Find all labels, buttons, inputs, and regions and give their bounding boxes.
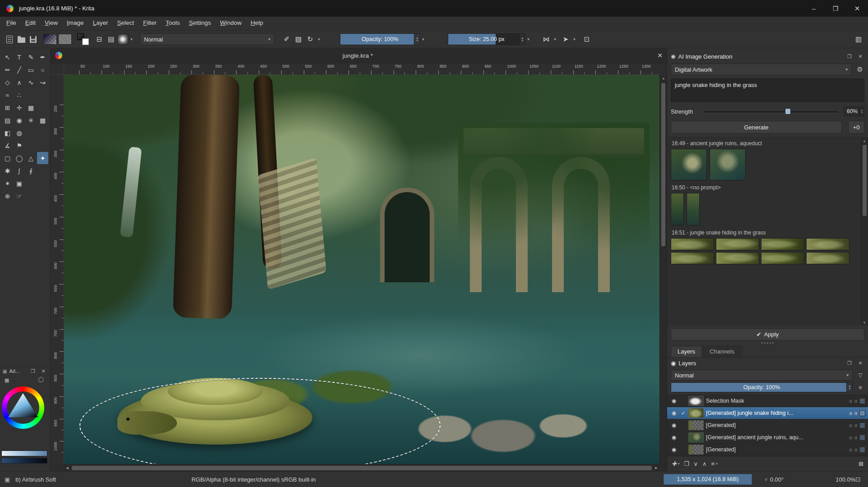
fill-tool[interactable]: ◧ xyxy=(2,127,13,139)
multibrush-tool[interactable]: ∴ xyxy=(14,89,25,101)
reload-preset-button[interactable]: ↻ xyxy=(304,33,316,45)
visibility-eye-icon[interactable]: ◉ xyxy=(670,422,678,428)
opacity-spinner[interactable]: ▴▾ xyxy=(414,34,420,45)
add-layer-button[interactable]: ✚▾ xyxy=(672,460,679,467)
horizontal-scrollbar-thumb[interactable] xyxy=(72,466,652,470)
generation-thumbnail[interactable] xyxy=(710,149,746,180)
generation-thumbnail[interactable] xyxy=(716,252,759,264)
dynamic-brush-tool[interactable]: ≈ xyxy=(2,89,13,101)
layer-row[interactable]: ◉ ✓ [Generated] a α xyxy=(667,444,868,456)
save-button[interactable] xyxy=(27,33,39,45)
choose-workspace-button[interactable]: ⊟ xyxy=(93,33,105,45)
generation-thumbnail[interactable] xyxy=(671,149,707,180)
strength-slider[interactable] xyxy=(703,106,839,117)
canvas-only-mode-icon[interactable]: ⊡ xyxy=(855,476,861,483)
foreground-background-colors[interactable] xyxy=(77,33,89,45)
generation-thumbnail[interactable] xyxy=(671,252,714,264)
canvas-horizontal-scrollbar[interactable]: ◀ ▶ xyxy=(64,464,659,471)
strength-slider-handle[interactable] xyxy=(785,108,791,115)
edit-shapes-tool[interactable]: ✎ xyxy=(25,51,37,63)
layer-blending-mode-dropdown[interactable]: Normal ▾ xyxy=(671,370,853,381)
panel-tab[interactable]: Layers xyxy=(671,346,702,357)
brush-size-slider[interactable]: Size: 25.00 px ▴▾ xyxy=(448,33,525,45)
mesh-gradient-tool[interactable]: ▩ xyxy=(37,114,48,126)
move-layer-down-button[interactable]: ∨ xyxy=(694,460,698,467)
panel-tab[interactable]: Channels xyxy=(703,346,741,357)
layer-opacity-spinner[interactable]: ▴▾ xyxy=(846,383,852,392)
text-tool[interactable]: T xyxy=(14,51,25,63)
shape-select-tool[interactable]: ↖ xyxy=(2,51,13,63)
menu-item[interactable]: File xyxy=(2,17,21,30)
gradient-tool[interactable]: ▤ xyxy=(2,114,13,126)
lightness-gradient-bar[interactable] xyxy=(1,450,47,456)
calligraphy-tool[interactable]: ✒ xyxy=(37,51,48,63)
strength-spinner[interactable]: ▴▾ xyxy=(859,107,864,116)
visibility-eye-icon[interactable]: ◉ xyxy=(670,410,678,416)
eraser-mode-button[interactable]: ✐ xyxy=(281,33,292,45)
history-scrollbar-thumb[interactable] xyxy=(863,145,867,216)
similar-color-selection-tool[interactable]: ✱ xyxy=(2,165,13,177)
close-docker-icon[interactable]: ✕ xyxy=(39,368,47,374)
open-document-button[interactable] xyxy=(15,33,27,45)
generation-thumbnail[interactable] xyxy=(761,252,804,264)
brush-preset-button[interactable] xyxy=(117,33,129,45)
panel-splitter[interactable] xyxy=(667,340,868,345)
float-panel-icon[interactable]: ❐ xyxy=(845,54,854,60)
smart-patch-tool[interactable]: ✳ xyxy=(25,114,37,126)
minimize-button[interactable]: – xyxy=(803,0,825,17)
transform-tool[interactable]: ⊞ xyxy=(2,101,13,114)
vertical-ruler[interactable]: 2503003504004505005506006507007508008509… xyxy=(51,75,64,464)
bezier-curve-tool[interactable]: ∿ xyxy=(25,76,37,88)
color-wheel[interactable] xyxy=(2,386,44,429)
layer-filter-icon[interactable]: ▽ xyxy=(856,372,864,378)
menu-item[interactable]: Select xyxy=(112,17,139,30)
restore-button[interactable]: ❐ xyxy=(825,0,846,17)
float-docker-icon[interactable]: ❐ xyxy=(845,360,854,366)
scroll-up-icon[interactable]: ▲ xyxy=(660,75,667,81)
prompt-input[interactable]: jungle snake hiding in the grass xyxy=(671,78,864,102)
menu-item[interactable]: Layer xyxy=(88,17,113,30)
close-panel-icon[interactable]: ✕ xyxy=(856,54,864,60)
menu-item[interactable]: Window xyxy=(215,17,246,30)
new-document-button[interactable] xyxy=(4,33,15,45)
crop-tool[interactable]: ▦ xyxy=(25,101,37,114)
generation-thumbnail[interactable] xyxy=(716,238,759,250)
menu-item[interactable]: Help xyxy=(246,17,268,30)
queue-count-button[interactable]: +0 xyxy=(848,121,864,133)
contiguous-selection-tool[interactable]: ✦ xyxy=(37,152,48,164)
generation-thumbnail[interactable] xyxy=(671,193,684,225)
visibility-eye-icon[interactable]: ◉ xyxy=(670,398,678,404)
layer-row[interactable]: ◉ ✓ [Generated] a α xyxy=(667,419,868,432)
bezier-selection-tool[interactable]: ∫ xyxy=(14,165,25,177)
history-scrollbar[interactable]: ▲ ▼ xyxy=(861,138,868,326)
menu-item[interactable]: Edit xyxy=(21,17,40,30)
layer-row[interactable]: ◉ ✓ Selection Mask a α xyxy=(667,395,868,407)
rectangular-selection-tool[interactable]: ▢ xyxy=(2,152,13,164)
generation-thumbnail[interactable] xyxy=(671,238,714,250)
pan-tool[interactable]: ☞ xyxy=(14,190,25,202)
color-sampler-tool[interactable]: ◉ xyxy=(14,114,25,126)
close-docker-icon[interactable]: ✕ xyxy=(856,360,864,366)
move-tool[interactable]: ✛ xyxy=(14,101,25,114)
scroll-up-icon[interactable]: ▲ xyxy=(861,138,868,144)
freehand-brush-tool[interactable]: ✏ xyxy=(2,64,13,76)
magnetic-selection-tool[interactable]: ∮ xyxy=(25,165,37,177)
menu-item[interactable]: View xyxy=(40,17,62,30)
brush-options-dropdown-icon[interactable]: ▾ xyxy=(316,37,322,41)
rectangle-tool[interactable]: ▭ xyxy=(25,64,37,76)
pattern-chooser[interactable] xyxy=(58,34,72,45)
scroll-down-icon[interactable]: ▼ xyxy=(861,319,868,326)
layer-opacity-slider[interactable]: Opacity: 100% ▴▾ xyxy=(671,382,853,392)
canvas-vertical-scrollbar[interactable]: ▲ xyxy=(659,75,667,464)
menu-item[interactable]: Image xyxy=(62,17,88,30)
document-tab-title[interactable]: jungle.kra * xyxy=(62,52,653,59)
float-docker-icon[interactable]: ❐ xyxy=(29,368,37,374)
mirror-dropdown-icon[interactable]: ▾ xyxy=(552,37,558,41)
layer-options-menu-icon[interactable]: ≡ xyxy=(856,384,864,391)
pattern-options-button[interactable]: ▤ xyxy=(105,33,117,45)
elliptical-selection-tool[interactable]: ◯ xyxy=(14,152,25,164)
measure-tool[interactable]: ⚑ xyxy=(14,139,25,152)
wraparound-dropdown-icon[interactable]: ▾ xyxy=(571,37,577,41)
mirror-horizontal-button[interactable]: ⋈ xyxy=(540,33,552,45)
document-close-icon[interactable]: ✕ xyxy=(653,52,667,59)
